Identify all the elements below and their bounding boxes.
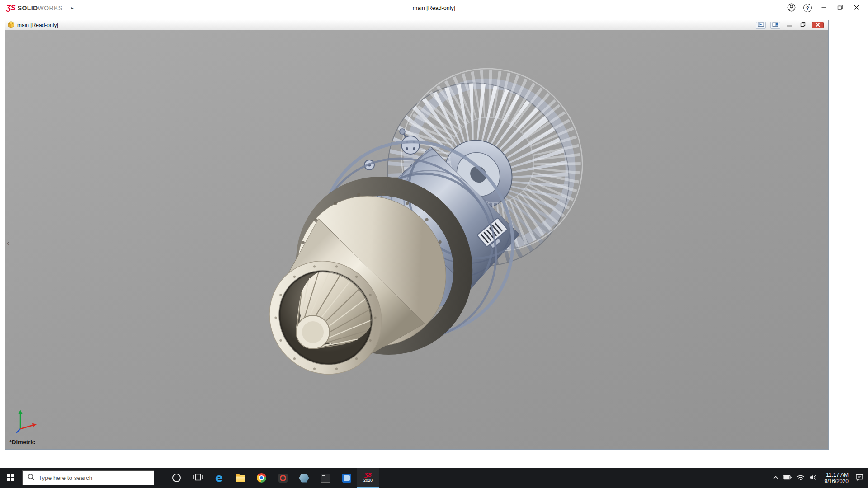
red-circle-app-icon: [278, 474, 288, 483]
solidworks-app-icon: ƷS: [364, 472, 371, 478]
app-title: main [Read-only]: [413, 5, 456, 11]
dassault-systemes-logo-icon: ƷS: [6, 4, 15, 13]
hexagon-app-icon: [299, 474, 309, 483]
chrome-button[interactable]: [251, 468, 272, 488]
start-button[interactable]: [0, 468, 21, 488]
document-titlebar[interactable]: main [Read-only]: [5, 20, 828, 30]
taskbar-search[interactable]: [22, 470, 154, 485]
restore-icon: [800, 22, 806, 28]
doc-new-window-button[interactable]: [756, 22, 766, 29]
clock-time: 11:17 AM: [825, 472, 849, 478]
task-view-button[interactable]: [187, 468, 208, 488]
help-button[interactable]: ?: [799, 1, 816, 15]
action-center-button[interactable]: [855, 474, 863, 483]
battery-icon: [783, 474, 792, 482]
user-account-icon: [787, 3, 796, 13]
help-icon: ?: [803, 4, 812, 12]
menu-expand-arrow-icon[interactable]: ▸: [71, 5, 73, 10]
brand-works-text: WORKS: [38, 5, 63, 12]
blue-window-app-icon: [342, 474, 351, 483]
sign-in-button[interactable]: [783, 1, 799, 15]
pinned-app-red-button[interactable]: [272, 468, 293, 488]
close-icon: [816, 22, 820, 28]
cortana-icon: [172, 474, 181, 482]
solidworks-brand: ƷS SOLIDWORKS ▸: [4, 4, 73, 13]
file-explorer-button[interactable]: [230, 468, 251, 488]
doc-split-view-button[interactable]: [770, 22, 780, 29]
pinned-app-terminal-button[interactable]: [315, 468, 336, 488]
solidworks-taskbar-button[interactable]: ƷS 2020: [357, 468, 379, 488]
app-titlebar: ƷS SOLIDWORKS ▸ main [Read-only] ?: [0, 0, 868, 16]
assembly-document-icon: [8, 21, 14, 29]
minimize-icon: [787, 22, 792, 28]
volume-button[interactable]: [809, 474, 818, 482]
brand-wordmark: SOLIDWORKS: [18, 4, 63, 12]
system-tray: 11:17 AM 9/16/2020: [773, 472, 868, 484]
pinned-app-blue-button[interactable]: [336, 468, 357, 488]
restore-icon: [837, 5, 843, 12]
tray-expand-button[interactable]: [773, 474, 779, 481]
action-center-icon: [855, 474, 863, 483]
app-close-button[interactable]: [848, 1, 864, 15]
close-icon: [854, 5, 859, 12]
3d-viewport[interactable]: ‹ *Dimetric: [5, 30, 828, 449]
doc-close-button[interactable]: [812, 22, 824, 28]
pinned-app-hexagon-button[interactable]: [293, 468, 315, 488]
screen: ƷS SOLIDWORKS ▸ main [Read-only] ?: [0, 0, 868, 488]
task-view-icon: [193, 474, 203, 482]
panel-collapse-arrow-icon[interactable]: ‹: [5, 237, 11, 249]
document-title: main [Read-only]: [17, 22, 58, 28]
minimize-icon: [821, 5, 827, 12]
clock-date: 9/16/2020: [825, 478, 849, 484]
windows-logo-icon: [7, 474, 14, 483]
app-window-controls: ?: [783, 1, 864, 15]
file-explorer-icon: [236, 475, 245, 482]
new-window-icon: [758, 22, 764, 28]
taskbar: e ƷS 2020 11:17 AM 9/16/202: [0, 468, 868, 488]
document-window-controls: [756, 22, 826, 29]
volume-icon: [809, 474, 818, 482]
search-input[interactable]: [38, 474, 149, 481]
brand-solid-text: SOLID: [18, 5, 38, 12]
battery-status-button[interactable]: [783, 474, 792, 482]
taskbar-clock[interactable]: 11:17 AM 9/16/2020: [825, 472, 849, 484]
chrome-icon: [257, 473, 266, 483]
engine-model[interactable]: [5, 30, 828, 449]
terminal-app-icon: [321, 474, 330, 483]
edge-icon: e: [215, 472, 223, 483]
document-window: main [Read-only]: [5, 20, 829, 450]
view-orientation-label: *Dimetric: [9, 439, 35, 446]
app-restore-button[interactable]: [832, 1, 848, 15]
split-view-icon: [772, 22, 778, 28]
network-status-button[interactable]: [796, 474, 805, 482]
edge-button[interactable]: e: [208, 468, 230, 488]
search-icon: [28, 474, 35, 483]
cortana-button[interactable]: [166, 468, 187, 488]
doc-minimize-button[interactable]: [785, 22, 794, 29]
chevron-up-icon: [773, 474, 779, 481]
orientation-triad[interactable]: [16, 410, 37, 433]
doc-restore-button[interactable]: [798, 22, 807, 29]
solidworks-app-year: 2020: [363, 478, 373, 483]
wifi-icon: [796, 474, 805, 482]
app-minimize-button[interactable]: [816, 1, 832, 15]
